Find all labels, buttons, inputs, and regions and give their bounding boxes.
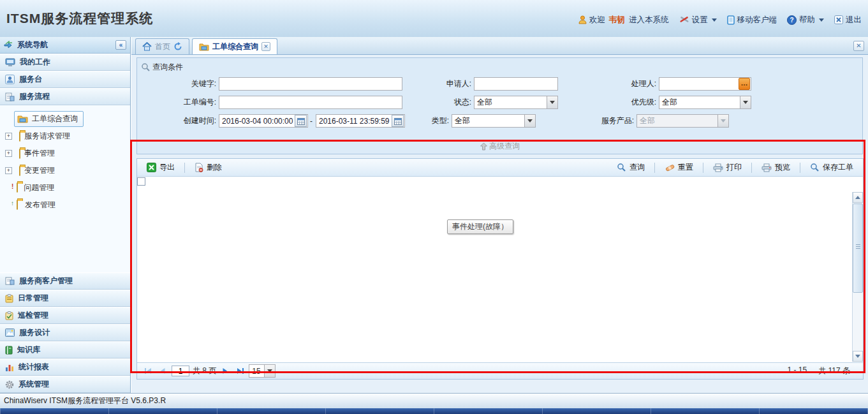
close-box-icon — [834, 15, 843, 24]
folder-window-icon — [199, 43, 209, 51]
priority-label: 优先级: — [558, 97, 659, 108]
scrollbar-thumb[interactable] — [853, 203, 863, 293]
priority-select[interactable]: 全部 — [659, 96, 751, 109]
query-panel-title: 查询条件 — [137, 61, 862, 74]
settings-menu[interactable]: 设置 — [679, 15, 717, 26]
inspection-icon — [5, 311, 13, 320]
grid-panel: 导出 删除 查询 — [136, 158, 864, 380]
scroll-up-icon[interactable] — [853, 192, 863, 203]
sidebar-item-label: 知识库 — [17, 344, 40, 355]
prev-page-button[interactable] — [157, 366, 168, 377]
advanced-query-link[interactable]: 高级查询 — [480, 141, 520, 152]
service-process-icon — [5, 92, 15, 101]
sidebar-collapse-button[interactable]: « — [115, 40, 126, 50]
sidebar-item-label: 日常管理 — [18, 293, 48, 304]
page-number-input[interactable] — [172, 366, 189, 376]
print-button[interactable]: 打印 — [707, 160, 747, 175]
next-page-button[interactable] — [219, 366, 231, 377]
help-icon: ? — [787, 15, 797, 25]
mobile-client-link[interactable]: 移动客户端 — [727, 15, 777, 26]
dropdown-arrow-icon — [717, 115, 728, 127]
tab-order-query[interactable]: 工单综合查询 ✕ — [192, 38, 277, 54]
tree-item-release[interactable]: ↑发布管理 — [0, 196, 130, 214]
dropdown-arrow-icon — [547, 96, 557, 108]
sidebar-header: 系统导航 « — [0, 37, 130, 54]
first-page-button[interactable] — [142, 366, 154, 377]
home-icon — [142, 42, 152, 51]
tab-home[interactable]: 首页 — [135, 38, 189, 54]
sidebar-item-report[interactable]: 统计报表 — [0, 359, 130, 376]
type-select[interactable]: 全部 — [452, 114, 536, 128]
preview-button[interactable]: 预览 — [756, 160, 796, 175]
handler-label: 处理人: — [558, 78, 659, 89]
sidebar-item-service-process[interactable]: 服务流程 — [0, 88, 130, 105]
sidebar-item-vendor-customer[interactable]: 服务商客户管理 — [0, 272, 130, 290]
handler-picker-button[interactable]: … — [739, 78, 750, 90]
status-bar: ChinaWiserv ITSM服务流程管理平台 V5.6.P3.R — [0, 393, 868, 408]
tree-item-change[interactable]: +变更管理 — [0, 162, 130, 179]
welcome-area: 欢迎 韦韧 进入本系统 — [578, 15, 669, 26]
delete-button[interactable]: 删除 — [189, 160, 228, 175]
grid-table-area — [137, 177, 863, 362]
select-all-checkbox[interactable] — [137, 177, 145, 186]
sidebar-item-service-design[interactable]: 服务设计 — [0, 324, 130, 341]
tree-item-problem[interactable]: !问题管理 — [0, 179, 130, 196]
username[interactable]: 韦韧 — [609, 15, 625, 26]
panel-close-icon[interactable]: ✕ — [853, 41, 864, 51]
order-no-input[interactable] — [219, 96, 402, 109]
sidebar-item-label: 服务商客户管理 — [19, 276, 73, 286]
total-pages-label: 共 8 页 — [193, 366, 216, 376]
save-order-button[interactable]: 保存工单 — [804, 160, 859, 175]
vendor-customer-icon — [5, 277, 15, 285]
problem-icon: ! — [17, 188, 20, 188]
last-page-button[interactable] — [234, 366, 246, 377]
keyword-input[interactable] — [219, 77, 402, 91]
sidebar-item-label: 服务台 — [19, 74, 42, 85]
applicant-input[interactable] — [474, 77, 558, 91]
product-select: 全部 — [636, 114, 729, 128]
scroll-down-icon[interactable] — [853, 351, 863, 362]
query-panel: 查询条件 关键字: 申请人: 处理人: … 工单编号: 状态: — [136, 57, 863, 154]
sidebar-item-inspection[interactable]: 巡检管理 — [0, 307, 130, 324]
total-info: 共 117 条 — [818, 366, 850, 376]
export-button[interactable]: 导出 — [141, 160, 180, 175]
date-range-separator: - — [310, 117, 313, 126]
calendar-icon[interactable] — [392, 115, 404, 127]
user-toolbar: 欢迎 韦韧 进入本系统 设置 移动客户端 ? — [578, 12, 862, 26]
svg-text:?: ? — [790, 17, 793, 24]
sidebar-item-label: 系统管理 — [18, 379, 49, 390]
tree-item-label: 工单综合查询 — [32, 114, 78, 124]
sidebar-item-knowledge[interactable]: 知识库 — [0, 341, 130, 359]
sidebar-item-daily[interactable]: 日常管理 — [0, 290, 130, 307]
tree-item-service-request[interactable]: +服务请求管理 — [0, 128, 130, 145]
system-icon — [5, 380, 14, 389]
calendar-icon[interactable] — [295, 115, 307, 127]
tree-item-incident[interactable]: +事件管理 — [0, 145, 130, 162]
vertical-scrollbar[interactable] — [852, 192, 863, 362]
arrow-up-icon — [480, 142, 487, 151]
sidebar-item-service-desk[interactable]: 服务台 — [0, 71, 130, 88]
status-select[interactable]: 全部 — [474, 96, 558, 109]
handler-input[interactable] — [659, 77, 751, 91]
os-taskbar[interactable] — [0, 408, 868, 414]
search-icon — [141, 63, 151, 72]
refresh-icon[interactable] — [173, 42, 182, 51]
status-bar-text: ChinaWiserv ITSM服务流程管理平台 V5.6.P3.R — [4, 396, 166, 406]
sidebar-item-my-work[interactable]: 我的工作 — [0, 54, 130, 71]
daily-icon — [5, 294, 13, 303]
tree-item-order-query[interactable]: 工单综合查询 — [0, 110, 130, 128]
logout-button[interactable]: 退出 — [834, 15, 862, 26]
delete-doc-icon — [195, 163, 203, 172]
search-button[interactable]: 查询 — [611, 160, 651, 175]
expand-plus-icon[interactable]: + — [5, 150, 12, 157]
keyword-label: 关键字: — [137, 78, 219, 89]
report-icon — [5, 363, 14, 372]
reset-button[interactable]: 重置 — [659, 160, 699, 175]
help-menu[interactable]: ? 帮助 — [787, 15, 824, 26]
expand-plus-icon[interactable]: + — [5, 133, 12, 140]
tab-close-icon[interactable]: ✕ — [261, 42, 270, 51]
expand-plus-icon[interactable]: + — [5, 167, 12, 174]
cell-tooltip: 事件处理(故障） — [447, 219, 513, 234]
page-size-select[interactable]: 15 — [249, 364, 276, 378]
sidebar-item-system[interactable]: 系统管理 — [0, 376, 130, 393]
